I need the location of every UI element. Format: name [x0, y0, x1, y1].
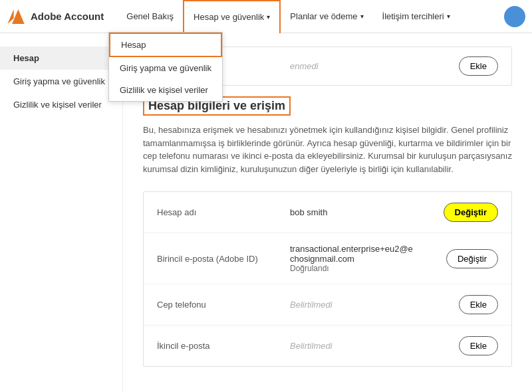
dropdown-item-hesap[interactable]: Hesap	[109, 33, 222, 57]
nav-dropdown: Hesap Giriş yapma ve güvenlik Gizlilik v…	[108, 32, 223, 102]
chevron-down-icon: ▾	[267, 13, 270, 21]
sidebar-label-hesap: Hesap	[13, 53, 39, 63]
birincil-eposta-change-button[interactable]: Değiştir	[446, 249, 498, 268]
email-line1: transactional.enterprise+eu2@e	[290, 244, 413, 254]
logo: Adobe Account	[7, 9, 104, 24]
dropdown-label-gizlilik: Gizlilik ve kişisel veriler	[120, 85, 208, 95]
chevron-down-icon: ▾	[360, 13, 364, 20]
nav-item-iletisim[interactable]: İletişim tercihleri ▾	[373, 0, 460, 33]
account-info-table: Hesap adı bob smith Değiştir Birincil e-…	[143, 191, 512, 367]
table-row: İkincil e-posta Belirtilmedi Ekle	[144, 326, 511, 366]
email-line2: chosignmail.com	[290, 254, 354, 264]
hesap-adi-change-button[interactable]: Değiştir	[444, 203, 498, 222]
svg-marker-0	[12, 9, 25, 24]
nav-label-planlar: Planlar ve ödeme	[290, 11, 357, 21]
row-label-hesap-adi: Hesap adı	[157, 207, 290, 217]
nav-item-planlar[interactable]: Planlar ve ödeme ▾	[281, 0, 372, 33]
logo-text: Adobe Account	[31, 11, 104, 22]
row-label-birincil-eposta: Birincil e-posta (Adobe ID)	[157, 254, 290, 264]
company-value: enmedi	[290, 61, 459, 71]
email-verified: Doğrulandı	[290, 264, 446, 273]
main-nav: Genel Bakış Hesap ve güvenlik ▾ Planlar …	[117, 0, 504, 33]
chevron-down-icon: ▾	[447, 13, 450, 20]
ikincil-eposta-add-button[interactable]: Ekle	[459, 336, 498, 355]
adobe-logo-icon	[7, 9, 25, 24]
row-value-ikincil-eposta: Belirtilmedi	[290, 341, 459, 351]
row-label-cep-telefonu: Cep telefonu	[157, 300, 290, 310]
table-row: Birincil e-posta (Adobe ID) transactiona…	[144, 233, 511, 284]
cep-telefonu-add-button[interactable]: Ekle	[459, 295, 498, 314]
table-row: Hesap adı bob smith Değiştir	[144, 192, 511, 233]
nav-label-hesap: Hesap ve güvenlik	[194, 12, 264, 22]
sidebar-item-hesap[interactable]: Hesap	[0, 47, 122, 70]
sidebar-label-giris: Giriş yapma ve güvenlik	[13, 76, 105, 86]
dropdown-label-giris: Giriş yapma ve güvenlik	[120, 63, 211, 73]
svg-marker-1	[7, 9, 13, 24]
sidebar-item-giris[interactable]: Giriş yapma ve güvenlik	[0, 70, 122, 93]
dropdown-item-gizlilik[interactable]: Gizlilik ve kişisel veriler	[109, 79, 222, 101]
nav-item-hesap[interactable]: Hesap ve güvenlik ▾	[183, 0, 281, 33]
row-label-ikincil-eposta: İkincil e-posta	[157, 341, 290, 351]
header: Adobe Account Genel Bakış Hesap ve güven…	[0, 0, 532, 33]
sidebar: Hesap Giriş yapma ve güvenlik Gizlilik v…	[0, 33, 123, 392]
nav-label-genel: Genel Bakış	[126, 11, 174, 21]
dropdown-item-giris[interactable]: Giriş yapma ve güvenlik	[109, 57, 222, 79]
avatar[interactable]	[504, 6, 525, 27]
page-layout: Hesap Giriş yapma ve güvenlik Gizlilik v…	[0, 33, 532, 392]
row-value-hesap-adi: bob smith	[290, 207, 444, 217]
sidebar-item-gizlilik[interactable]: Gizlilik ve kişisel veriler	[0, 93, 122, 116]
company-add-button[interactable]: Ekle	[459, 56, 498, 76]
row-value-birincil-eposta: transactional.enterprise+eu2@e chosignma…	[290, 244, 446, 273]
nav-label-iletisim: İletişim tercihleri	[382, 11, 444, 21]
table-row: Cep telefonu Belirtilmedi Ekle	[144, 284, 511, 326]
sidebar-label-gizlilik: Gizlilik ve kişisel veriler	[13, 100, 102, 110]
nav-item-genel[interactable]: Genel Bakış	[117, 0, 183, 33]
row-value-cep-telefonu: Belirtilmedi	[290, 300, 459, 310]
section-description: Bu, hesabınıza erişmek ve hesabınızı yön…	[143, 124, 512, 175]
dropdown-label-hesap: Hesap	[121, 40, 146, 50]
